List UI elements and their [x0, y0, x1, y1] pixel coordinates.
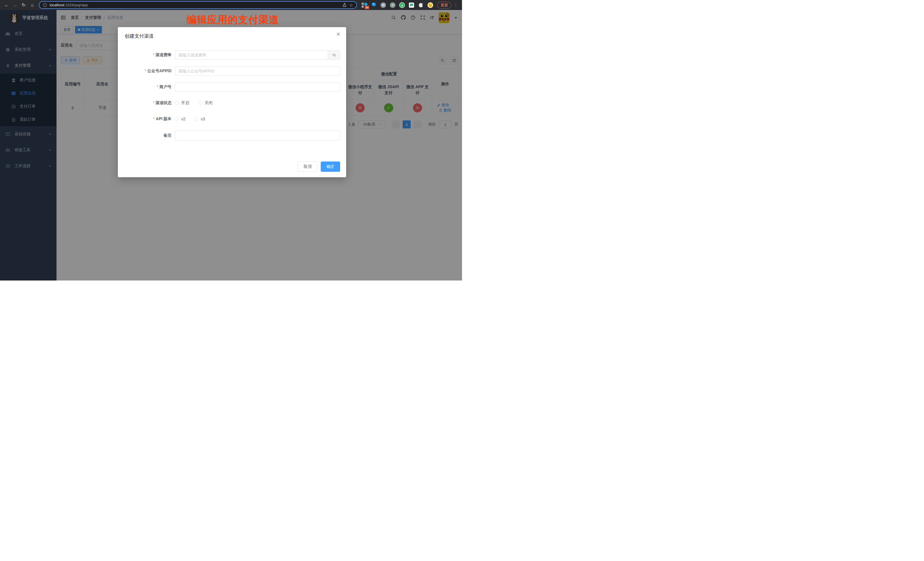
bookmark-star-icon[interactable]: ☆: [349, 3, 353, 8]
extension-tabs-icon[interactable]: 10: [362, 2, 367, 8]
rate-percent-suffix: %: [328, 51, 340, 60]
profile-avatar-icon[interactable]: [428, 2, 433, 8]
browser-reload-button[interactable]: ↻: [20, 2, 27, 9]
browser-menu-icon[interactable]: ⋮: [453, 3, 459, 8]
status-closed-radio[interactable]: 关闭: [198, 100, 213, 106]
form-row-rate: *渠道费率 %: [118, 51, 346, 60]
browser-back-button[interactable]: ←: [3, 2, 10, 9]
create-payment-channel-dialog: 创建支付渠道 ✕ *渠道费率 % *公众号APPID *商户号: [118, 27, 346, 177]
required-asterisk: *: [145, 69, 146, 73]
address-bar[interactable]: localhost:1024/pay/app ☆: [39, 1, 357, 9]
extension-command-icon[interactable]: ⌘: [380, 2, 386, 8]
screen: ← → ↻ ⌂ localhost:1024/pay/app ☆ 10 ⌘ y: [0, 0, 462, 280]
extensions-area: 10 ⌘ y: [360, 2, 435, 8]
merchant-id-input[interactable]: [175, 82, 340, 92]
field-label: *商户号: [118, 84, 171, 90]
browser-forward-button[interactable]: →: [11, 2, 19, 9]
cancel-button[interactable]: 取消: [298, 162, 317, 172]
form-row-api-version: *API 版本 v2 v3: [118, 114, 346, 123]
status-open-radio[interactable]: 开启: [175, 100, 189, 106]
field-label: *渠道费率: [118, 52, 171, 58]
browser-home-button[interactable]: ⌂: [28, 2, 36, 9]
remark-input[interactable]: [175, 130, 340, 141]
extension-chat-icon[interactable]: [409, 2, 414, 8]
field-label: 备注: [118, 133, 171, 138]
form-row-status: *渠道状态 开启 关闭: [118, 99, 346, 108]
confirm-button[interactable]: 确定: [321, 162, 340, 172]
extension-badge: 10: [365, 6, 369, 9]
api-v2-radio[interactable]: v2: [175, 117, 186, 121]
site-info-icon[interactable]: [43, 3, 47, 7]
radio-circle-icon: [175, 101, 179, 105]
radio-circle-icon: [198, 101, 202, 105]
required-asterisk: *: [153, 100, 154, 105]
radio-circle-icon: [175, 117, 179, 121]
form-row-appid: *公众号APPID: [118, 66, 346, 76]
required-asterisk: *: [157, 84, 158, 89]
field-label: *API 版本: [118, 116, 171, 122]
extension-y-icon[interactable]: y: [399, 2, 405, 8]
dialog-close-icon[interactable]: ✕: [336, 32, 340, 37]
api-v3-radio[interactable]: v3: [195, 117, 205, 121]
field-label: *渠道状态: [118, 100, 171, 106]
share-icon[interactable]: [342, 3, 347, 7]
required-asterisk: *: [153, 52, 154, 57]
extension-balloon-icon[interactable]: [371, 2, 376, 8]
dialog-form: *渠道费率 % *公众号APPID *商户号 *渠道状态: [118, 51, 346, 147]
form-row-remark: 备注: [118, 130, 346, 141]
radio-circle-icon: [195, 117, 199, 121]
extensions-puzzle-icon[interactable]: [418, 2, 424, 8]
official-account-appid-input[interactable]: [175, 66, 340, 76]
form-row-mchid: *商户号: [118, 82, 346, 92]
browser-toolbar: ← → ↻ ⌂ localhost:1024/pay/app ☆ 10 ⌘ y: [0, 0, 462, 10]
browser-update-button[interactable]: 更新: [437, 2, 452, 9]
annotation-title: 编辑应用的支付渠道: [187, 13, 279, 27]
required-asterisk: *: [153, 116, 154, 121]
dialog-footer: 取消 确定: [298, 162, 340, 172]
channel-rate-input[interactable]: [175, 51, 328, 60]
extension-dot-icon[interactable]: [390, 2, 396, 8]
url-text: localhost:1024/pay/app: [50, 3, 340, 7]
dialog-title: 创建支付渠道: [125, 33, 154, 39]
svg-text:y: y: [401, 4, 403, 7]
field-label: *公众号APPID: [118, 69, 171, 74]
